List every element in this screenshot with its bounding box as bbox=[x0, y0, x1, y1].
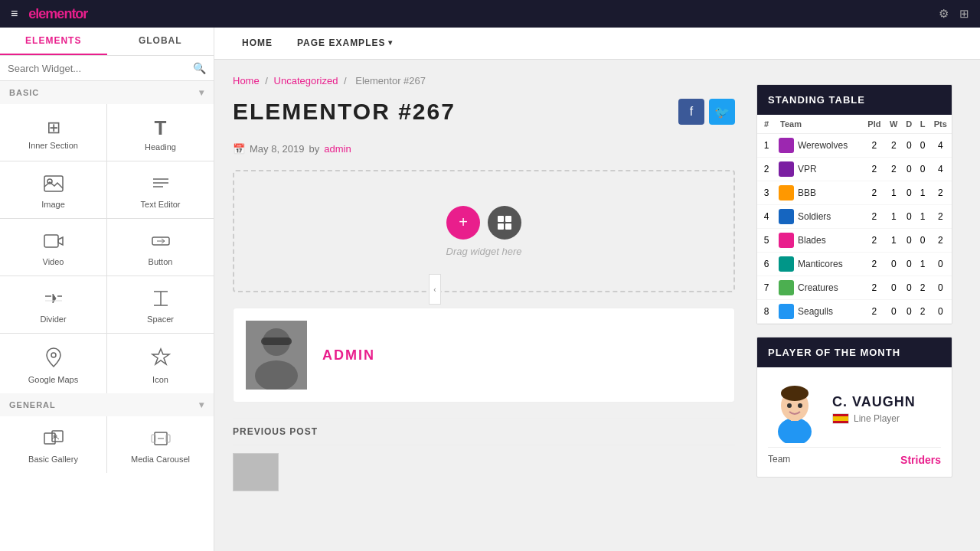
nav-home[interactable]: HOME bbox=[230, 28, 285, 59]
pld-cell: 2 bbox=[863, 229, 885, 253]
w-cell: 2 bbox=[886, 134, 902, 158]
w-cell: 0 bbox=[886, 276, 902, 300]
l-cell: 0 bbox=[916, 229, 929, 253]
svg-rect-17 bbox=[44, 433, 55, 444]
sidebar: ELEMENTS GLOBAL 🔍 BASIC ▾ ⊞ Inner Sectio… bbox=[0, 28, 214, 551]
widget-grid-general: Basic Gallery Media Carousel bbox=[0, 416, 214, 473]
search-input[interactable] bbox=[8, 63, 193, 74]
image-icon bbox=[44, 175, 64, 195]
widget-media-carousel[interactable]: Media Carousel bbox=[107, 416, 214, 473]
twitter-share-button[interactable]: 🐦 bbox=[709, 99, 735, 125]
section-basic-header[interactable]: BASIC ▾ bbox=[0, 81, 214, 104]
player-flag-icon bbox=[832, 413, 849, 424]
widget-basic-gallery[interactable]: Basic Gallery bbox=[0, 416, 106, 473]
table-row: 1 Werewolves 2 2 0 0 4 bbox=[757, 134, 952, 158]
breadcrumb-home[interactable]: Home bbox=[233, 75, 260, 86]
rank-cell: 7 bbox=[757, 276, 776, 300]
team-name-link[interactable]: Soldiers bbox=[798, 211, 831, 222]
widget-image[interactable]: Image bbox=[0, 161, 106, 218]
tab-elements[interactable]: ELEMENTS bbox=[0, 28, 107, 55]
rank-cell: 8 bbox=[757, 300, 776, 324]
section-basic-label: BASIC bbox=[9, 88, 39, 97]
d-cell: 0 bbox=[902, 158, 916, 181]
add-section-button[interactable] bbox=[488, 206, 521, 240]
elementor-logo: elementor bbox=[28, 6, 87, 22]
table-row: 6 Manticores 2 0 0 1 0 bbox=[757, 253, 952, 276]
player-card: C. VAUGHN Line Player Team Striders bbox=[757, 367, 952, 477]
player-team-row: Team Striders bbox=[768, 447, 941, 466]
team-name-link[interactable]: VPR bbox=[798, 164, 817, 174]
sidebar-collapse-handle[interactable]: ‹ bbox=[429, 274, 441, 305]
team-cell: VPR bbox=[776, 158, 863, 181]
drop-zone: + Drag widget here bbox=[233, 170, 735, 292]
facebook-share-button[interactable]: f bbox=[678, 99, 704, 125]
text-editor-icon bbox=[151, 175, 171, 195]
rank-cell: 3 bbox=[757, 181, 776, 205]
team-name-link[interactable]: Seagulls bbox=[798, 306, 833, 317]
rank-cell: 2 bbox=[757, 158, 776, 181]
widget-text-editor[interactable]: Text Editor bbox=[107, 161, 214, 218]
widget-spacer[interactable]: Spacer bbox=[107, 276, 214, 333]
l-cell: 0 bbox=[916, 158, 929, 181]
hamburger-icon[interactable]: ≡ bbox=[11, 7, 18, 21]
video-label: Video bbox=[43, 257, 64, 266]
team-shirt-icon bbox=[779, 161, 794, 177]
tab-global[interactable]: GLOBAL bbox=[107, 28, 214, 55]
calendar-icon: 📅 bbox=[233, 143, 245, 155]
pts-cell: 0 bbox=[929, 276, 952, 300]
table-row: 7 Creatures 2 0 0 2 0 bbox=[757, 276, 952, 300]
right-sidebar: STANDING TABLE # Team Pld W D L bbox=[747, 75, 962, 499]
pts-cell: 2 bbox=[929, 181, 952, 205]
grid-icon[interactable]: ⊞ bbox=[959, 7, 969, 21]
content-area: Home / Uncategorized / Elementor #267 EL… bbox=[214, 60, 980, 514]
l-cell: 2 bbox=[916, 276, 929, 300]
media-carousel-label: Media Carousel bbox=[131, 455, 190, 464]
col-l: L bbox=[916, 115, 929, 134]
admin-top-bar: ≡ elementor ⚙ ⊞ bbox=[0, 0, 980, 28]
player-name: C. VAUGHN bbox=[832, 394, 941, 410]
widget-divider[interactable]: Divider bbox=[0, 276, 106, 333]
team-shirt-icon bbox=[779, 209, 794, 224]
main-content: HOME PAGE EXAMPLES ▾ Home / Uncategorize… bbox=[214, 28, 980, 551]
widget-inner-section[interactable]: ⊞ Inner Section bbox=[0, 104, 106, 161]
widget-icon[interactable]: Icon bbox=[107, 334, 214, 393]
basic-gallery-label: Basic Gallery bbox=[28, 455, 78, 464]
nav-bar: HOME PAGE EXAMPLES ▾ bbox=[214, 28, 980, 60]
inner-section-icon: ⊞ bbox=[47, 119, 60, 136]
col-pld: Pld bbox=[863, 115, 885, 134]
nav-page-examples[interactable]: PAGE EXAMPLES ▾ bbox=[285, 28, 405, 59]
col-rank: # bbox=[757, 115, 776, 134]
settings-icon[interactable]: ⚙ bbox=[939, 7, 949, 21]
pts-cell: 2 bbox=[929, 229, 952, 253]
team-name-link[interactable]: BBB bbox=[798, 187, 816, 198]
table-row: 8 Seagulls 2 0 0 2 0 bbox=[757, 300, 952, 324]
widget-video[interactable]: Video bbox=[0, 219, 106, 276]
col-pts: Pts bbox=[929, 115, 952, 134]
team-shirt-icon bbox=[779, 256, 794, 272]
col-team: Team bbox=[776, 115, 863, 134]
team-name-link[interactable]: Creatures bbox=[798, 282, 838, 293]
team-name-link[interactable]: Blades bbox=[798, 235, 826, 246]
col-d: D bbox=[902, 115, 916, 134]
team-name-link[interactable]: Werewolves bbox=[798, 140, 848, 151]
breadcrumb: Home / Uncategorized / Elementor #267 bbox=[233, 75, 735, 86]
pld-cell: 2 bbox=[863, 205, 885, 229]
divider-icon bbox=[44, 290, 64, 310]
breadcrumb-uncategorized[interactable]: Uncategorized bbox=[274, 75, 338, 86]
widget-heading[interactable]: T Heading bbox=[107, 104, 214, 161]
icon-label: Icon bbox=[152, 375, 168, 384]
rank-cell: 6 bbox=[757, 253, 776, 276]
team-name-link[interactable]: Manticores bbox=[798, 259, 843, 269]
rank-cell: 4 bbox=[757, 205, 776, 229]
widget-google-maps[interactable]: Google Maps bbox=[0, 334, 106, 393]
widget-grid-basic: ⊞ Inner Section T Heading Image bbox=[0, 104, 214, 393]
pts-cell: 4 bbox=[929, 134, 952, 158]
previous-post-thumbnail bbox=[233, 453, 279, 491]
add-widget-button[interactable]: + bbox=[446, 206, 480, 240]
post-author-link[interactable]: admin bbox=[324, 143, 351, 155]
pld-cell: 2 bbox=[863, 158, 885, 181]
team-cell: Soldiers bbox=[776, 205, 863, 229]
widget-button[interactable]: Button bbox=[107, 219, 214, 276]
breadcrumb-sep2: / bbox=[344, 75, 349, 86]
section-general-header[interactable]: GENERAL ▾ bbox=[0, 393, 214, 416]
